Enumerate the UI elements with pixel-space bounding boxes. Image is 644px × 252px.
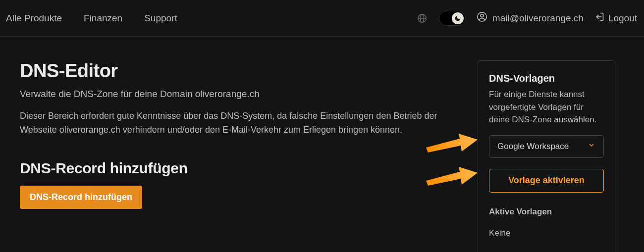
nav-finance[interactable]: Finanzen bbox=[73, 8, 133, 29]
svg-point-3 bbox=[481, 14, 483, 17]
chevron-down-icon bbox=[588, 141, 595, 151]
templates-panel: DNS-Vorlagen Für einige Dienste kannst v… bbox=[478, 60, 615, 252]
add-record-button[interactable]: DNS-Record hinzufügen bbox=[20, 186, 142, 209]
header-right: mail@oliverorange.ch Logout bbox=[416, 11, 637, 26]
active-templates-none: Keine bbox=[489, 227, 604, 240]
template-select[interactable]: Google Workspace bbox=[489, 135, 604, 158]
add-record-heading: DNS-Record hinzufügen bbox=[20, 160, 456, 177]
dark-mode-toggle[interactable] bbox=[439, 11, 466, 26]
active-templates-heading: Aktive Vorlagen bbox=[489, 205, 604, 218]
logout-label: Logout bbox=[608, 13, 637, 24]
page-title: DNS-Editor bbox=[20, 60, 456, 82]
nav-products[interactable]: Alle Produkte bbox=[3, 8, 73, 29]
activate-template-button[interactable]: Vorlage aktivieren bbox=[489, 169, 604, 193]
nav-support[interactable]: Support bbox=[133, 8, 188, 29]
main-nav: Alle Produkte Finanzen Support bbox=[3, 8, 188, 29]
user-menu[interactable]: mail@oliverorange.ch bbox=[477, 11, 584, 25]
moon-icon bbox=[452, 12, 464, 24]
template-selected-value: Google Workspace bbox=[497, 142, 569, 151]
main-column: DNS-Editor Verwalte die DNS-Zone für dei… bbox=[20, 60, 456, 209]
logout-button[interactable]: Logout bbox=[594, 12, 637, 24]
templates-heading: DNS-Vorlagen bbox=[489, 73, 604, 84]
user-icon bbox=[477, 11, 487, 25]
user-email: mail@oliverorange.ch bbox=[492, 13, 584, 24]
logout-icon bbox=[594, 12, 604, 24]
page-content: DNS-Editor Verwalte die DNS-Zone für dei… bbox=[0, 37, 644, 252]
templates-text: Für einige Dienste kannst vorgefertigte … bbox=[489, 88, 604, 126]
page-subtitle: Verwalte die DNS-Zone für deine Domain o… bbox=[20, 89, 456, 100]
app-header: Alle Produkte Finanzen Support bbox=[0, 0, 644, 37]
language-icon[interactable] bbox=[416, 12, 428, 24]
page-description: Dieser Bereich erfordert gute Kenntnisse… bbox=[20, 109, 446, 137]
